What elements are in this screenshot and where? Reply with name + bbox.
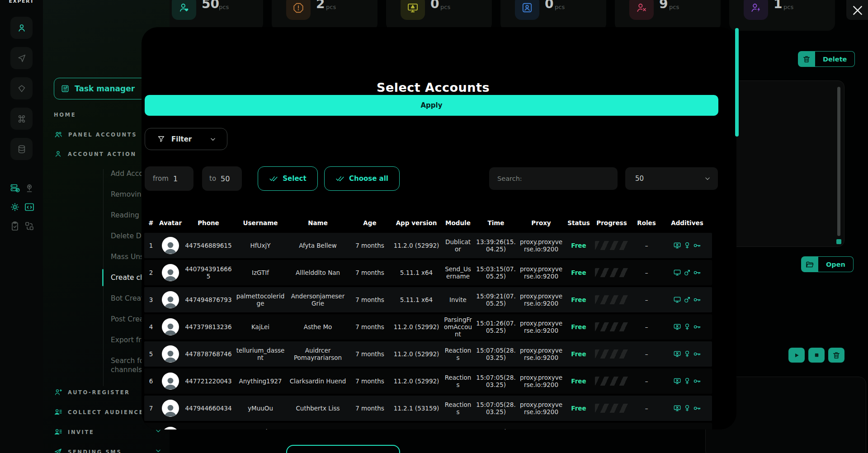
cell-progress	[593, 349, 631, 359]
cell-age: 7 months	[349, 323, 391, 330]
webcam-icon[interactable]	[24, 182, 35, 194]
search-field	[489, 167, 618, 190]
chevron-down-icon[interactable]	[154, 447, 162, 453]
stat-unit: pcs	[669, 4, 679, 10]
progress-bar	[595, 377, 628, 386]
warning-octagon-icon	[286, 0, 311, 20]
resize-handle[interactable]	[836, 239, 841, 244]
table-row[interactable]: 3447494876793palmettocoleridgeAndersonja…	[144, 287, 712, 312]
sidebar-item-panel-accounts[interactable]: PANEL ACCOUNTS	[54, 130, 137, 139]
filter-dropdown[interactable]: Filter	[145, 128, 227, 150]
cell-age: 7 months	[349, 242, 391, 249]
person-lightning-icon	[744, 0, 768, 20]
play-button[interactable]	[788, 348, 805, 363]
cell-username: tellurium_dassent	[234, 347, 287, 361]
rail-button-nav-arrow[interactable]	[10, 47, 33, 69]
cell-additives	[662, 404, 712, 412]
additives-icons	[664, 350, 710, 358]
cell-username: yMuuOu	[234, 405, 287, 412]
header-cell-time: Time	[474, 219, 518, 226]
cell-additives	[662, 296, 712, 304]
header-cell-status: Status	[565, 219, 593, 226]
cell-age: 7 months	[349, 350, 391, 358]
bottom-action-button[interactable]	[286, 445, 400, 453]
progress-bar	[595, 295, 628, 304]
cell-roles: –	[631, 269, 662, 276]
choose-all-button[interactable]: Choose all	[324, 166, 400, 191]
rail-button-diamond[interactable]	[10, 77, 33, 99]
search-input[interactable]	[489, 167, 618, 190]
cell-name: Afyta Bellew	[287, 242, 349, 249]
cell-username: IzGTIf	[234, 269, 287, 276]
header-cell-additives: Additives	[662, 219, 712, 226]
select-button[interactable]: Select	[258, 166, 318, 191]
sidebar-item-account-action[interactable]: ACCOUNT ACTION	[54, 150, 137, 158]
user-icon	[54, 150, 62, 158]
avatar	[162, 373, 179, 390]
cell-time: 15:09:21(07.05.25)	[474, 293, 518, 307]
stat-unit: pcs	[555, 4, 565, 10]
table-row[interactable]: 5447878768746tellurium_dassentAuidrcer P…	[144, 341, 712, 367]
user-list-icon	[54, 428, 62, 436]
page-size-select[interactable]: 50	[625, 167, 718, 190]
apply-button[interactable]: Apply	[145, 95, 718, 116]
to-input[interactable]	[221, 175, 239, 183]
cell-additives	[662, 269, 712, 277]
cell-avatar	[158, 264, 183, 281]
paper-plane-icon	[54, 448, 62, 453]
modal-scrollbar[interactable]	[735, 28, 739, 137]
stat-unit: pcs	[440, 4, 450, 10]
gear-icon[interactable]	[9, 201, 21, 213]
delete-button[interactable]: Delete	[798, 51, 855, 67]
open-button[interactable]: Open	[801, 256, 854, 272]
table-row[interactable]: 6447721220043Anything1927Clarksardin Hue…	[144, 368, 712, 394]
table-row[interactable]: 7447944660434yMuuOuCuthbertx Liss7 month…	[144, 396, 712, 421]
swap-icon[interactable]	[24, 220, 35, 232]
table-row[interactable]: 24407943916665IzGTIfAlllelddlto Nan7 mon…	[144, 260, 712, 285]
stat-unit: pcs	[783, 4, 793, 10]
to-field: to	[202, 166, 242, 191]
avatar	[162, 264, 179, 281]
cell-proxy: proxy.proxyverse.io:9200	[518, 238, 565, 253]
sidebar-item-auto-register[interactable]: AUTO-REGISTER	[54, 388, 130, 396]
sidebar-item-invite[interactable]: INVITE	[54, 428, 94, 436]
cell-avatar	[158, 373, 183, 390]
clipboard-check-icon[interactable]	[9, 220, 21, 232]
sidebar-item-sending-sms[interactable]: SENDING SMS	[54, 448, 122, 453]
stop-button[interactable]	[808, 348, 825, 363]
table-row[interactable]: 844746650553unsaturationamaReactio15:07:…	[144, 423, 712, 429]
table-row[interactable]: 4447379813236KajLeiAsthe Mo7 months11.2.…	[144, 314, 712, 340]
chevron-down-icon	[703, 175, 712, 183]
play-icon	[793, 352, 800, 359]
close-icon[interactable]	[852, 5, 863, 16]
brand-logo: EXPERT	[0, 0, 43, 4]
log-panel-scrollbar[interactable]	[837, 87, 840, 236]
stat-value: 0	[545, 0, 553, 11]
cell-num: 6	[144, 378, 158, 385]
server-check-icon[interactable]	[9, 182, 21, 194]
screen-x-icon	[673, 350, 681, 358]
cell-phone: 447546889615	[183, 242, 234, 249]
rail-button-database[interactable]	[10, 138, 33, 160]
stat-card-top-1: 2pcs	[272, 0, 377, 31]
icon-rail: EXPERT	[0, 0, 43, 453]
screen-x-icon	[673, 323, 681, 331]
user-list-icon	[54, 408, 62, 416]
progress-bar	[595, 404, 628, 413]
from-input[interactable]	[173, 175, 191, 183]
female-icon	[683, 241, 691, 250]
cell-app_version: 5.11.1 x64	[391, 296, 442, 303]
cell-age: 7 months	[349, 269, 391, 276]
code-window-icon[interactable]	[24, 201, 35, 213]
progress-bar	[595, 268, 628, 277]
trash-button[interactable]	[828, 348, 844, 363]
sidebar-item-collect-audience[interactable]: COLLECT AUDIENCE	[54, 408, 144, 416]
from-field: from	[145, 166, 193, 191]
cell-num: 5	[144, 350, 158, 358]
sidebar-item-home[interactable]: HOME	[54, 112, 76, 118]
rail-button-person[interactable]	[10, 17, 33, 39]
rail-button-command[interactable]	[10, 108, 33, 130]
cell-module: Reactions	[442, 401, 474, 415]
table-row[interactable]: 1447546889615HfUxjYAfyta Bellew7 months1…	[144, 233, 712, 258]
header-cell-module: Module	[442, 219, 474, 226]
